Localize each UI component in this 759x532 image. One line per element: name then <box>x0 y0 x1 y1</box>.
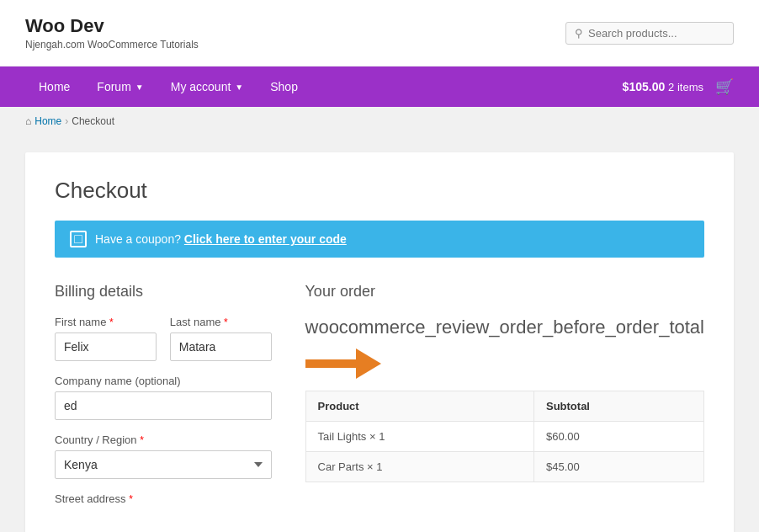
company-input[interactable] <box>55 391 272 420</box>
company-field: Company name (optional) <box>55 375 272 420</box>
table-row: Car Parts × 1 $45.00 <box>305 451 703 481</box>
main-content: Checkout □ Have a coupon? Click here to … <box>0 136 759 532</box>
nav-item-home[interactable]: Home <box>25 66 83 107</box>
cart-icon[interactable]: 🛒 <box>715 77 734 96</box>
country-select[interactable]: Kenya United States United Kingdom <box>55 450 272 479</box>
order-col: Your order woocommerce_review_order_befo… <box>305 283 704 519</box>
myaccount-caret-icon: ▼ <box>235 82 243 92</box>
breadcrumb: ⌂ Home › Checkout <box>25 115 734 127</box>
order-table: Product Subtotal Tail Lights × 1 $60.00 … <box>305 391 704 482</box>
country-label: Country / Region * <box>55 434 272 446</box>
checkout-columns: Billing details First name * Last name * <box>55 283 704 519</box>
company-row: Company name (optional) <box>55 375 272 420</box>
nav-left: Home Forum ▼ My account ▼ Shop <box>25 66 623 107</box>
first-name-field: First name * <box>55 316 157 361</box>
order-product-1: Tail Lights × 1 <box>305 421 533 451</box>
first-name-required: * <box>109 317 114 328</box>
order-subtotal-2: $45.00 <box>533 451 703 481</box>
nav-item-shop[interactable]: Shop <box>257 66 311 107</box>
table-row: Tail Lights × 1 $60.00 <box>305 421 703 451</box>
site-nav: Home Forum ▼ My account ▼ Shop $105.00 2… <box>0 66 759 107</box>
street-row: Street address * <box>55 492 272 505</box>
street-label: Street address * <box>55 492 272 505</box>
street-required: * <box>129 493 133 505</box>
nav-right: $105.00 2 items 🛒 <box>623 77 734 96</box>
search-box[interactable]: ⚲ <box>565 22 734 45</box>
coupon-text: Have a coupon? Click here to enter your … <box>95 232 347 246</box>
last-name-field: Last name * <box>170 316 272 361</box>
breadcrumb-home-link[interactable]: Home <box>34 115 61 127</box>
nav-item-myaccount[interactable]: My account ▼ <box>157 66 257 107</box>
cart-count: 2 items <box>668 81 703 93</box>
street-field: Street address * <box>55 492 272 505</box>
order-section-title: Your order <box>305 283 704 301</box>
last-name-required: * <box>224 317 228 328</box>
order-product-2: Car Parts × 1 <box>305 451 533 481</box>
country-required: * <box>140 434 144 446</box>
svg-rect-0 <box>305 359 356 368</box>
breadcrumb-bar: ⌂ Home › Checkout <box>0 107 759 136</box>
country-field: Country / Region * Kenya United States U… <box>55 434 272 479</box>
forum-caret-icon: ▼ <box>135 82 144 92</box>
first-name-label: First name * <box>55 316 157 328</box>
company-label: Company name (optional) <box>55 375 272 387</box>
order-hook-text: woocommerce_review_order_before_order_to… <box>305 316 704 379</box>
checkout-card: Checkout □ Have a coupon? Click here to … <box>25 152 734 532</box>
checkout-title: Checkout <box>55 178 704 204</box>
site-header: Woo Dev Njengah.com WooCommerce Tutorial… <box>0 0 759 66</box>
order-table-header-product: Product <box>305 391 533 421</box>
breadcrumb-separator: › <box>65 115 68 127</box>
site-branding: Woo Dev Njengah.com WooCommerce Tutorial… <box>25 15 199 51</box>
order-subtotal-1: $60.00 <box>533 421 703 451</box>
nav-item-forum[interactable]: Forum ▼ <box>83 66 157 107</box>
site-tagline: Njengah.com WooCommerce Tutorials <box>25 39 199 51</box>
cart-total: $105.00 2 items <box>623 80 703 93</box>
breadcrumb-current: Checkout <box>72 115 114 127</box>
billing-col: Billing details First name * Last name * <box>55 283 272 519</box>
last-name-input[interactable] <box>170 332 272 361</box>
billing-section-title: Billing details <box>55 283 272 301</box>
coupon-banner: □ Have a coupon? Click here to enter you… <box>55 221 704 258</box>
arrow-right-icon <box>305 348 381 379</box>
search-input[interactable] <box>588 27 724 40</box>
order-table-header-subtotal: Subtotal <box>533 391 703 421</box>
search-icon: ⚲ <box>575 27 583 40</box>
first-name-input[interactable] <box>55 332 157 361</box>
site-title: Woo Dev <box>25 15 199 37</box>
country-row: Country / Region * Kenya United States U… <box>55 434 272 479</box>
last-name-label: Last name * <box>170 316 272 328</box>
coupon-link[interactable]: Click here to enter your code <box>184 232 347 246</box>
name-row: First name * Last name * <box>55 316 272 361</box>
svg-marker-1 <box>356 348 381 379</box>
coupon-icon: □ <box>70 231 87 247</box>
home-icon: ⌂ <box>25 115 31 127</box>
